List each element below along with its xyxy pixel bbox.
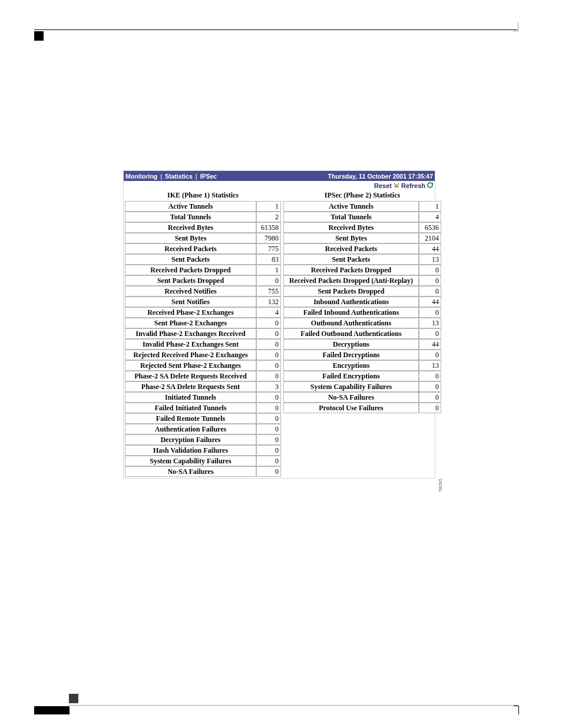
reset-label: Reset (374, 182, 392, 189)
page-top-marker (34, 31, 44, 41)
breadcrumb: Monitoring | Statistics | IPSec (125, 173, 217, 180)
stat-value: 0 (256, 350, 281, 360)
table-row: System Capability Failures0 (125, 456, 281, 466)
crumb-ipsec: IPSec (200, 173, 217, 180)
table-row: Failed Outbound Authentications0 (283, 328, 441, 339)
stat-value: 0 (419, 403, 441, 413)
stat-value: 4 (256, 307, 281, 318)
stats-columns: IKE (Phase 1) Statistics Active Tunnels1… (124, 190, 435, 478)
table-row: Decryption Failures0 (125, 434, 281, 445)
svg-point-0 (428, 183, 432, 187)
stat-value: 0 (256, 360, 281, 371)
phase1-title: IKE (Phase 1) Statistics (125, 190, 281, 201)
stat-value: 755 (256, 286, 281, 297)
reset-button[interactable]: Reset (374, 182, 400, 190)
stat-label: Received Bytes (283, 222, 419, 233)
table-row: Protocol Use Failures0 (283, 403, 441, 413)
crumb-sep: | (194, 173, 199, 180)
stat-value: 0 (256, 424, 281, 434)
table-row: Sent Phase-2 Exchanges0 (125, 318, 281, 328)
stat-label: Outbound Authentications (283, 318, 419, 328)
stat-label: Hash Validation Failures (125, 445, 256, 456)
figure-id: 58295 (438, 479, 443, 492)
stat-value: 0 (419, 328, 441, 339)
phase2-table: Active Tunnels1Total Tunnels4Received By… (283, 201, 441, 413)
stat-value: 0 (256, 413, 281, 424)
stat-value: 13 (419, 360, 441, 371)
table-row: Sent Packets13 (283, 254, 441, 265)
phase1-column: IKE (Phase 1) Statistics Active Tunnels1… (125, 190, 281, 477)
stat-value: 0 (256, 445, 281, 456)
table-row: Active Tunnels1 (283, 201, 441, 212)
stat-value: 44 (419, 297, 441, 307)
panel-titlebar: Monitoring | Statistics | IPSec Thursday… (124, 171, 435, 181)
stat-label: Total Tunnels (125, 212, 256, 222)
refresh-button[interactable]: Refresh (401, 182, 434, 190)
stat-label: Decryption Failures (125, 434, 256, 445)
stat-label: Failed Outbound Authentications (283, 328, 419, 339)
table-row: Received Packets Dropped0 (283, 265, 441, 275)
stat-label: System Capability Failures (283, 381, 419, 392)
phase2-column: IPSec (Phase 2) Statistics Active Tunnel… (283, 190, 441, 477)
table-row: Inbound Authentications44 (283, 297, 441, 307)
panel-toolbar: Reset Refresh (124, 181, 435, 190)
stat-label: Inbound Authentications (283, 297, 419, 307)
stat-label: Initiated Tunnels (125, 392, 256, 403)
stat-value: 0 (256, 371, 281, 381)
table-row: Phase-2 SA Delete Requests Sent3 (125, 381, 281, 392)
stat-label: Sent Bytes (283, 233, 419, 243)
stat-value: 6536 (419, 222, 441, 233)
stat-label: Encryptions (283, 360, 419, 371)
stat-value: 2 (256, 212, 281, 222)
stat-label: Received Phase-2 Exchanges (125, 307, 256, 318)
table-row: Authentication Failures0 (125, 424, 281, 434)
stat-label: Sent Notifies (125, 297, 256, 307)
refresh-label: Refresh (401, 182, 425, 189)
stat-value: 775 (256, 243, 281, 254)
table-row: System Capability Failures0 (283, 381, 441, 392)
refresh-icon (427, 182, 434, 190)
crumb-monitoring: Monitoring (125, 173, 157, 180)
stat-value: 0 (256, 328, 281, 339)
reset-icon (393, 182, 400, 190)
table-row: Received Bytes61358 (125, 222, 281, 233)
stat-value: 44 (419, 243, 441, 254)
stat-value: 0 (419, 350, 441, 360)
table-row: Active Tunnels1 (125, 201, 281, 212)
stat-label: Failed Decryptions (283, 350, 419, 360)
table-row: Decryptions44 (283, 339, 441, 350)
table-row: Failed Decryptions0 (283, 350, 441, 360)
stat-label: Invalid Phase-2 Exchanges Sent (125, 339, 256, 350)
table-row: Invalid Phase-2 Exchanges Sent0 (125, 339, 281, 350)
table-row: Received Packets Dropped (Anti-Replay)0 (283, 275, 441, 286)
stat-value: 83 (256, 254, 281, 265)
table-row: Sent Bytes7980 (125, 233, 281, 243)
stat-value: 4 (419, 212, 441, 222)
stat-label: Protocol Use Failures (283, 403, 419, 413)
table-row: Rejected Sent Phase-2 Exchanges0 (125, 360, 281, 371)
stat-label: No-SA Failures (283, 392, 419, 403)
page-top-rule (34, 29, 517, 30)
stat-value: 0 (419, 381, 441, 392)
table-row: Hash Validation Failures0 (125, 445, 281, 456)
table-row: Total Tunnels2 (125, 212, 281, 222)
page-bottom-bar (34, 706, 70, 714)
stat-label: No-SA Failures (125, 466, 256, 477)
stat-label: Active Tunnels (283, 201, 419, 212)
stat-label: Failed Initiated Tunnels (125, 403, 256, 413)
table-row: Total Tunnels4 (283, 212, 441, 222)
stat-value: 13 (419, 318, 441, 328)
stat-value: 1 (256, 265, 281, 275)
page-bottom-marker (69, 694, 78, 703)
stat-value: 13 (419, 254, 441, 265)
stat-value: 0 (256, 339, 281, 350)
stat-value: 0 (256, 456, 281, 466)
stat-value: 0 (256, 318, 281, 328)
page-top-right-crop (513, 22, 518, 31)
phase1-table: Active Tunnels1Total Tunnels2Received By… (125, 201, 281, 477)
stat-label: Invalid Phase-2 Exchanges Received (125, 328, 256, 339)
table-row: Received Packets Dropped1 (125, 265, 281, 275)
table-row: Received Packets775 (125, 243, 281, 254)
ipsec-stats-panel: Monitoring | Statistics | IPSec Thursday… (123, 170, 435, 479)
table-row: Failed Initiated Tunnels0 (125, 403, 281, 413)
